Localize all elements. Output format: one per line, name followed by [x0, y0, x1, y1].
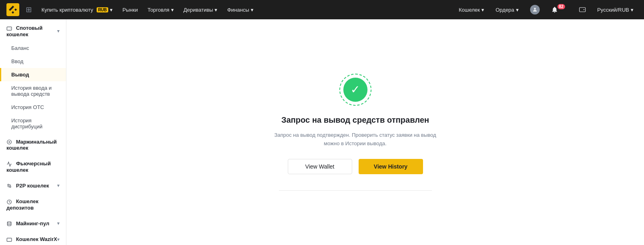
svg-point-8 — [7, 222, 11, 223]
view-wallet-button[interactable]: View Wallet — [288, 159, 352, 174]
margin-wallet-section[interactable]: Маржинальный кошелек — [0, 133, 66, 155]
success-icon-wrapper: ✓ — [339, 74, 372, 106]
divider — [279, 190, 432, 191]
nav-links: Купить криптовалюту RUB ▾ Рынки Торговля… — [37, 0, 455, 19]
svg-rect-9 — [7, 238, 12, 241]
sidebar: Спотовый кошелек ▾ Баланс Ввод Вывод Ист… — [0, 19, 66, 245]
svg-point-1 — [534, 8, 536, 10]
sidebar-item-deposit[interactable]: Ввод — [0, 55, 66, 68]
language-selector[interactable]: Русский/RUB ▾ — [593, 0, 638, 19]
sidebar-item-balance[interactable]: Баланс — [0, 41, 66, 55]
sidebar-item-withdraw[interactable]: Вывод — [0, 68, 66, 81]
checkmark-icon: ✓ — [351, 84, 360, 95]
spot-wallet-section[interactable]: Спотовый кошелек ▾ — [0, 19, 66, 41]
svg-rect-3 — [7, 27, 12, 30]
svg-point-6 — [10, 186, 11, 188]
p2p-wallet-section[interactable]: P2P кошелек ▾ — [0, 177, 66, 193]
profile-button[interactable] — [526, 0, 544, 19]
logo[interactable] — [6, 3, 19, 16]
notifications-button[interactable]: 82 — [547, 0, 572, 19]
derivatives-link[interactable]: Деривативы ▾ — [179, 0, 223, 19]
success-description: Запрос на вывод подтвержден. Проверить с… — [271, 131, 440, 148]
markets-link[interactable]: Рынки — [118, 0, 142, 19]
svg-point-5 — [8, 184, 9, 186]
view-history-button[interactable]: View History — [359, 159, 423, 174]
buy-crypto-link[interactable]: Купить криптовалюту RUB ▾ — [37, 0, 118, 19]
svg-rect-0 — [6, 3, 19, 16]
top-navigation: ⊞ Купить криптовалюту RUB ▾ Рынки Торгов… — [0, 0, 644, 19]
trade-link[interactable]: Торговля ▾ — [142, 0, 178, 19]
apps-icon[interactable]: ⊞ — [26, 5, 32, 14]
main-layout: Спотовый кошелек ▾ Баланс Ввод Вывод Ист… — [0, 19, 644, 245]
notification-count: 82 — [557, 4, 565, 9]
wazirx-wallet-section[interactable]: Кошелек WazirX ▾ — [0, 231, 66, 245]
deposit-wallet-section[interactable]: Кошелек депозитов — [0, 193, 66, 215]
sidebar-item-history[interactable]: История ввода и вывода средств — [0, 81, 66, 101]
futures-wallet-section[interactable]: Фьючерсный кошелек — [0, 155, 66, 177]
rub-badge: RUB — [97, 7, 109, 12]
sidebar-item-otc-history[interactable]: История ОТС — [0, 101, 66, 114]
mining-pool-section[interactable]: Майнинг-пул ▾ — [0, 215, 66, 231]
main-content: ✓ Запрос на вывод средств отправлен Запр… — [66, 19, 644, 245]
success-container: ✓ Запрос на вывод средств отправлен Запр… — [271, 74, 440, 191]
orders-link[interactable]: Ордера ▾ — [491, 0, 522, 19]
success-title: Запрос на вывод средств отправлен — [281, 115, 429, 125]
avatar — [530, 5, 540, 14]
success-icon-inner: ✓ — [343, 78, 367, 102]
sidebar-item-distribution-history[interactable]: История дистрибуций — [0, 114, 66, 133]
action-buttons: View Wallet View History — [288, 159, 423, 174]
wallet-icon-button[interactable] — [575, 0, 590, 19]
wallet-link[interactable]: Кошелек ▾ — [455, 0, 489, 19]
topnav-right: Кошелек ▾ Ордера ▾ 82 Русский/RUB ▾ — [455, 0, 638, 19]
finance-link[interactable]: Финансы ▾ — [222, 0, 258, 19]
